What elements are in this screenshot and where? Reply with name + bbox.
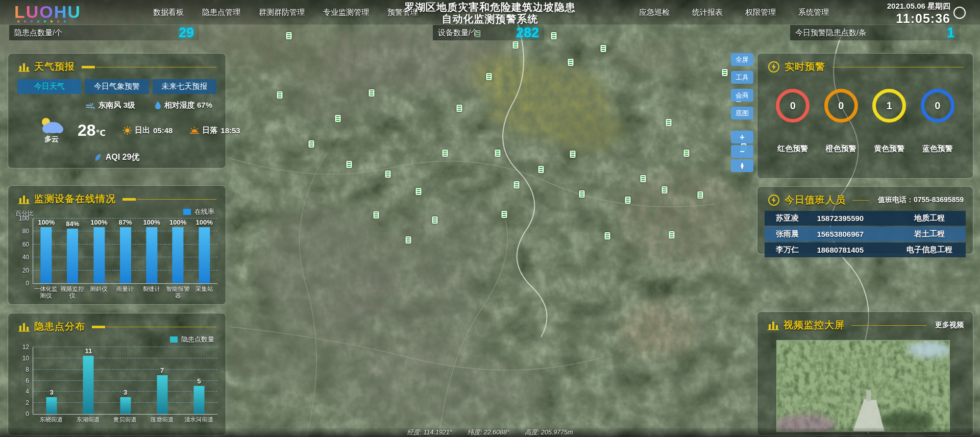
bar-chart-icon bbox=[18, 62, 30, 72]
panel-title: 实时预警 bbox=[785, 60, 825, 74]
hazard-point-marker-icon[interactable] bbox=[641, 175, 646, 182]
hazard-point-marker-icon[interactable] bbox=[579, 190, 585, 198]
y-tick-label: 20 bbox=[22, 267, 29, 274]
y-tick-label: 8 bbox=[26, 366, 29, 373]
duty-row[interactable]: 李万仁 18680781405 电子信息工程 bbox=[765, 242, 966, 257]
bar-value-label: 100% bbox=[38, 218, 55, 226]
hazard-point-marker-icon[interactable] bbox=[625, 197, 631, 204]
duty-row[interactable]: 苏亚凌 15872395590 地质工程 bbox=[765, 211, 966, 226]
nav-item-emergency-inspection[interactable]: 应急巡检 bbox=[639, 8, 670, 17]
bar-value-label: 7 bbox=[160, 367, 164, 374]
hazard-point-marker-icon[interactable] bbox=[277, 91, 283, 99]
hazard-point-marker-icon[interactable] bbox=[416, 188, 422, 195]
panel-title: 今日值班人员 bbox=[785, 193, 846, 207]
nav-item-statistic-reports[interactable]: 统计报表 bbox=[692, 8, 723, 17]
bar-视频监控仪: 84% bbox=[66, 218, 79, 283]
hazard-point-marker-icon[interactable] bbox=[669, 231, 675, 238]
bar-黄贝街道: 3 bbox=[120, 347, 131, 414]
nav-item-hazard-mgmt[interactable]: 隐患点管理 bbox=[202, 8, 240, 17]
realtime-warning-panel: 实时预警 0 红色预警 0 橙色预警 1 黄色预警 0 蓝色预警 bbox=[757, 53, 973, 179]
longitude-readout: 经度: 114.1921° bbox=[407, 428, 452, 437]
hazard-point-marker-icon[interactable] bbox=[347, 161, 352, 168]
video-thumbnail[interactable] bbox=[776, 340, 950, 432]
hazard-point-marker-icon[interactable] bbox=[406, 236, 411, 244]
compass-button[interactable] bbox=[731, 159, 753, 172]
consult-button[interactable]: 会商 bbox=[731, 89, 753, 102]
map-controls: 全屏 工具 会商 底图 + − bbox=[731, 53, 753, 174]
system-title: 罗湖区地质灾害和危险建筑边坡隐患 自动化监测预警系统 bbox=[337, 2, 643, 25]
hazard-point-marker-icon[interactable] bbox=[335, 115, 341, 122]
duty-name: 苏亚凌 bbox=[765, 213, 817, 223]
hazard-point-marker-icon[interactable] bbox=[601, 45, 606, 52]
basemap-button[interactable]: 底图 bbox=[731, 107, 753, 119]
bar-value-label: 87% bbox=[118, 218, 132, 226]
hazard-point-marker-icon[interactable] bbox=[309, 140, 314, 148]
hazard-point-marker-icon[interactable] bbox=[662, 186, 668, 193]
x-category-label: 一体化监测仪 bbox=[34, 286, 58, 299]
bar-采集站: 100% bbox=[196, 218, 213, 283]
bar-智能报警器: 100% bbox=[169, 218, 186, 283]
zoom-in-button[interactable]: + bbox=[731, 131, 753, 143]
hazard-point-marker-icon[interactable] bbox=[570, 151, 576, 158]
stat-device-count: 设备数量/个 282 bbox=[433, 25, 544, 40]
bar bbox=[120, 397, 131, 414]
hazard-point-marker-icon[interactable] bbox=[443, 150, 448, 157]
title-underline bbox=[92, 326, 216, 328]
fullscreen-button[interactable]: 全屏 bbox=[731, 53, 753, 66]
main-nav-right: 应急巡检 统计报表 权限管理 系统管理 bbox=[639, 0, 829, 25]
y-tick-label: 2 bbox=[26, 399, 29, 406]
hazard-point-marker-icon[interactable] bbox=[286, 32, 292, 39]
stat-label: 隐患点数量/个 bbox=[14, 28, 62, 38]
hazard-point-marker-icon[interactable] bbox=[432, 216, 438, 224]
zoom-out-button[interactable]: − bbox=[731, 145, 753, 158]
legend-swatch bbox=[183, 209, 191, 215]
hazard-point-marker-icon[interactable] bbox=[495, 150, 501, 157]
y-tick-label: 0 bbox=[26, 280, 29, 287]
tab-today-weather[interactable]: 今日天气 bbox=[17, 79, 81, 94]
hazard-point-marker-icon[interactable] bbox=[502, 211, 507, 218]
hazard-point-marker-icon[interactable] bbox=[666, 119, 671, 126]
warning-yellow: 1 黄色预警 bbox=[869, 89, 910, 154]
y-tick-label: 0 bbox=[26, 410, 29, 418]
x-category-label: 莲塘街道 bbox=[144, 417, 180, 423]
hazard-point-marker-icon[interactable] bbox=[385, 171, 391, 178]
hazard-point-marker-icon[interactable] bbox=[722, 69, 728, 76]
nav-item-dashboard[interactable]: 数据看板 bbox=[153, 8, 184, 17]
sunrise-icon bbox=[123, 126, 132, 135]
warning-blue: 0 蓝色预警 bbox=[917, 89, 958, 154]
hazard-point-marker-icon[interactable] bbox=[538, 166, 544, 173]
hazard-point-marker-icon[interactable] bbox=[698, 191, 703, 199]
tools-button[interactable]: 工具 bbox=[731, 71, 753, 84]
hazard-point-marker-icon[interactable] bbox=[514, 181, 520, 188]
bar-chart-icon bbox=[18, 322, 30, 332]
more-videos-link[interactable]: 更多视频 bbox=[935, 321, 964, 330]
tab-next-7-days[interactable]: 未来七天预报 bbox=[153, 79, 216, 94]
panel-title: 天气预报 bbox=[34, 60, 75, 74]
bar bbox=[120, 227, 131, 283]
nav-item-permission-mgmt[interactable]: 权限管理 bbox=[745, 8, 776, 17]
hazard-point-marker-icon[interactable] bbox=[513, 41, 519, 48]
title-underline bbox=[851, 325, 926, 326]
hazard-point-marker-icon[interactable] bbox=[369, 89, 375, 96]
legend-hazard-count: 隐患点数量 bbox=[170, 335, 214, 344]
hazard-point-marker-icon[interactable] bbox=[684, 150, 690, 157]
duty-phone: 值班电话：0755-83695859 bbox=[878, 196, 964, 205]
tab-today-weather-warning[interactable]: 今日气象预警 bbox=[85, 79, 149, 94]
x-category-label: 智能报警器 bbox=[166, 286, 189, 299]
hazard-point-marker-icon[interactable] bbox=[568, 59, 574, 66]
bar-chart-icon bbox=[18, 194, 30, 204]
y-tick-label: 4 bbox=[26, 388, 29, 395]
yellow-warning-circle: 1 bbox=[872, 89, 906, 123]
hazard-point-marker-icon[interactable] bbox=[374, 211, 379, 218]
hazard-point-marker-icon[interactable] bbox=[551, 32, 557, 39]
nav-item-group-monitor-mgmt[interactable]: 群测群防管理 bbox=[259, 8, 305, 17]
hazard-point-marker-icon[interactable] bbox=[486, 73, 492, 80]
hazard-point-marker-icon[interactable] bbox=[457, 105, 462, 112]
current-time: 11:05:36 bbox=[887, 11, 950, 26]
duty-row[interactable]: 张雨晨 15653806967 岩土工程 bbox=[765, 227, 966, 241]
nav-item-system-mgmt[interactable]: 系统管理 bbox=[798, 8, 829, 17]
bar bbox=[93, 227, 105, 283]
user-icon[interactable] bbox=[953, 7, 966, 19]
bar-value-label: 84% bbox=[66, 220, 79, 228]
hazard-point-marker-icon[interactable] bbox=[605, 232, 610, 239]
